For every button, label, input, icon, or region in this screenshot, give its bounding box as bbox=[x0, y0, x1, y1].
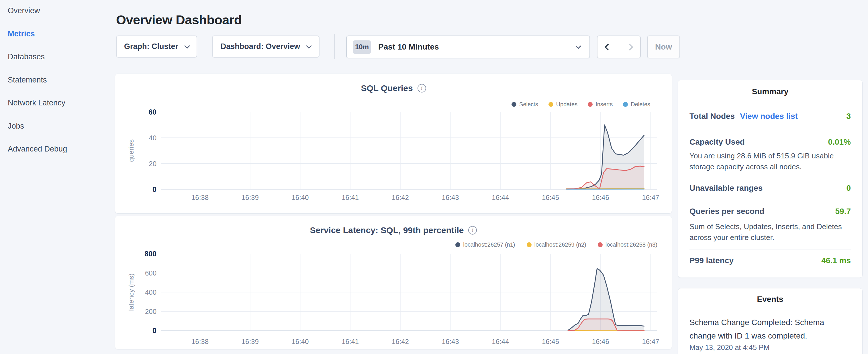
divider bbox=[689, 249, 851, 250]
svg-text:600: 600 bbox=[145, 269, 156, 277]
legend-dot-icon bbox=[598, 242, 602, 247]
legend-item: localhost:26259 (n2) bbox=[527, 242, 586, 248]
legend-label: Deletes bbox=[631, 101, 650, 108]
svg-text:16:46: 16:46 bbox=[592, 338, 609, 345]
svg-text:400: 400 bbox=[145, 288, 156, 296]
chart-legend: localhost:26257 (n1)localhost:26259 (n2)… bbox=[455, 242, 657, 248]
prev-time-button[interactable] bbox=[597, 36, 619, 58]
legend-label: Inserts bbox=[595, 101, 613, 108]
summary-row-value: 59.7 bbox=[835, 207, 851, 216]
dashboard-dropdown-label: Dashboard: Overview bbox=[221, 42, 300, 51]
sidebar-item-jobs[interactable]: Jobs bbox=[8, 122, 24, 131]
svg-text:16:40: 16:40 bbox=[291, 338, 309, 345]
legend-item: Updates bbox=[549, 101, 578, 108]
summary-row-label: Total Nodes bbox=[689, 112, 735, 121]
legend-label: localhost:26259 (n2) bbox=[534, 242, 586, 248]
graph-dropdown-label: Graph: Cluster bbox=[124, 42, 178, 51]
now-button[interactable]: Now bbox=[647, 35, 680, 58]
event-item-text[interactable]: Schema Change Completed: Schema change w… bbox=[689, 316, 851, 343]
svg-text:16:45: 16:45 bbox=[542, 338, 559, 345]
summary-row-value: 0.01% bbox=[828, 137, 851, 147]
summary-row-label: Unavailable ranges bbox=[689, 184, 763, 193]
summary-row: Capacity Used0.01% bbox=[689, 137, 851, 147]
svg-text:16:42: 16:42 bbox=[392, 338, 409, 345]
legend-label: Selects bbox=[519, 101, 538, 108]
svg-text:16:47: 16:47 bbox=[642, 194, 659, 201]
legend-dot-icon bbox=[623, 102, 628, 107]
graph-dropdown[interactable]: Graph: Cluster bbox=[116, 35, 197, 58]
sidebar-item-advanced-debug[interactable]: Advanced Debug bbox=[8, 144, 67, 154]
svg-text:16:44: 16:44 bbox=[492, 338, 509, 345]
event-item-date: May 13, 2020 at 4:45 PM bbox=[689, 344, 851, 352]
time-range-label: Past 10 Minutes bbox=[378, 42, 439, 52]
dashboard-dropdown[interactable]: Dashboard: Overview bbox=[212, 35, 319, 58]
svg-text:0: 0 bbox=[152, 326, 156, 334]
svg-text:40: 40 bbox=[149, 134, 156, 142]
svg-text:16:43: 16:43 bbox=[442, 194, 459, 201]
legend-label: localhost:26258 (n3) bbox=[606, 242, 657, 248]
summary-row-label: Queries per second bbox=[689, 207, 764, 216]
events-panel: Events Schema Change Completed: Schema c… bbox=[678, 288, 863, 354]
legend-item: Inserts bbox=[588, 101, 613, 108]
divider bbox=[689, 181, 851, 181]
sidebar-item-metrics[interactable]: Metrics bbox=[8, 30, 35, 38]
svg-text:queries: queries bbox=[127, 139, 135, 162]
chevron-down-icon bbox=[576, 43, 581, 49]
svg-text:16:44: 16:44 bbox=[492, 194, 509, 201]
chevron-left-icon bbox=[604, 43, 612, 51]
legend-label: Updates bbox=[556, 101, 578, 108]
summary-row: P99 latency46.1 ms bbox=[689, 256, 851, 265]
summary-row-value: 46.1 ms bbox=[821, 256, 851, 265]
svg-text:16:38: 16:38 bbox=[191, 338, 209, 345]
svg-text:latency (ms): latency (ms) bbox=[127, 273, 135, 311]
summary-row-value: 0 bbox=[846, 184, 851, 193]
sql-queries-chart-card: SQL Queries i SelectsUpdatesInsertsDelet… bbox=[115, 74, 672, 214]
svg-text:16:41: 16:41 bbox=[342, 194, 359, 201]
info-icon[interactable]: i bbox=[417, 84, 426, 93]
next-time-button[interactable] bbox=[619, 36, 641, 58]
svg-text:16:46: 16:46 bbox=[592, 194, 609, 201]
divider bbox=[689, 132, 851, 132]
sidebar-item-databases[interactable]: Databases bbox=[8, 53, 45, 61]
svg-text:60: 60 bbox=[149, 108, 156, 116]
chart-title: SQL Queries bbox=[361, 83, 413, 93]
summary-heading: Summary bbox=[678, 87, 862, 96]
divider bbox=[689, 201, 851, 201]
svg-text:16:41: 16:41 bbox=[342, 338, 359, 345]
sidebar: OverviewMetricsDatabasesStatementsNetwor… bbox=[0, 0, 115, 354]
legend-dot-icon bbox=[527, 242, 532, 247]
chevron-down-icon bbox=[184, 43, 190, 49]
events-heading: Events bbox=[678, 295, 862, 304]
legend-item: Selects bbox=[512, 101, 538, 108]
view-nodes-list-link[interactable]: View nodes list bbox=[740, 112, 798, 121]
time-range-badge: 10m bbox=[353, 40, 371, 54]
svg-text:16:39: 16:39 bbox=[242, 194, 259, 201]
svg-text:20: 20 bbox=[149, 160, 156, 167]
chevron-down-icon bbox=[306, 43, 312, 49]
chart-legend: SelectsUpdatesInsertsDeletes bbox=[512, 101, 650, 108]
svg-text:16:42: 16:42 bbox=[392, 194, 409, 201]
info-icon[interactable]: i bbox=[468, 226, 477, 234]
chart-title: Service Latency: SQL, 99th percentile bbox=[310, 225, 464, 235]
legend-item: Deletes bbox=[623, 101, 650, 108]
svg-text:16:45: 16:45 bbox=[542, 194, 559, 201]
svg-text:16:47: 16:47 bbox=[642, 338, 659, 345]
summary-row-label: Capacity Used bbox=[689, 137, 745, 147]
sidebar-item-network-latency[interactable]: Network Latency bbox=[8, 99, 65, 107]
svg-text:16:39: 16:39 bbox=[242, 338, 259, 345]
sidebar-item-statements[interactable]: Statements bbox=[8, 75, 47, 85]
summary-row-subtext: You are using 28.6 MiB of 515.9 GiB usab… bbox=[689, 150, 851, 172]
service-latency-chart-card: Service Latency: SQL, 99th percentile i … bbox=[115, 216, 672, 349]
summary-row: Unavailable ranges0 bbox=[689, 184, 851, 193]
time-range-picker[interactable]: 10m Past 10 Minutes bbox=[346, 35, 590, 58]
svg-text:800: 800 bbox=[145, 250, 156, 258]
summary-row: Total NodesView nodes list3 bbox=[689, 112, 851, 121]
sql-queries-chart: 16:3816:3916:4016:4116:4216:4316:4416:45… bbox=[115, 74, 672, 214]
summary-row: Queries per second59.7 bbox=[689, 207, 851, 216]
legend-dot-icon bbox=[455, 242, 460, 247]
legend-label: localhost:26257 (n1) bbox=[463, 242, 515, 248]
summary-row-subtext: Sum of Selects, Updates, Inserts, and De… bbox=[689, 221, 851, 243]
time-stepper bbox=[597, 35, 641, 58]
sidebar-item-overview[interactable]: Overview bbox=[8, 6, 40, 15]
svg-text:16:40: 16:40 bbox=[291, 194, 309, 201]
